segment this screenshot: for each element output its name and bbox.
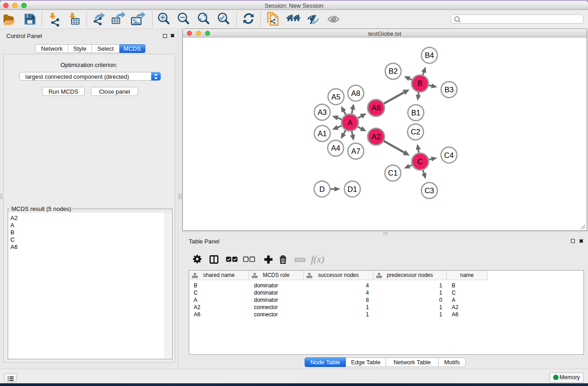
svg-text:A2: A2	[372, 133, 381, 141]
svg-text:A: A	[348, 119, 353, 127]
svg-text:D: D	[319, 185, 325, 193]
svg-text:A6: A6	[372, 104, 381, 112]
svg-text:A5: A5	[331, 93, 340, 101]
svg-text:C3: C3	[425, 186, 434, 195]
svg-text:A3: A3	[318, 108, 327, 116]
svg-text:C2: C2	[411, 128, 420, 136]
svg-text:B: B	[417, 79, 422, 87]
svg-text:B3: B3	[445, 86, 454, 94]
svg-text:B1: B1	[411, 109, 421, 117]
svg-text:A1: A1	[318, 129, 327, 138]
svg-text:f(x): f(x)	[311, 254, 324, 265]
svg-text:A8: A8	[351, 89, 360, 97]
svg-text:D1: D1	[348, 185, 357, 193]
svg-text:C: C	[417, 157, 423, 166]
svg-text:A4: A4	[331, 144, 340, 152]
svg-text:C1: C1	[388, 169, 397, 177]
svg-text:B2: B2	[388, 67, 397, 75]
svg-text:B4: B4	[425, 51, 434, 59]
svg-text:C4: C4	[444, 151, 454, 159]
svg-text:A7: A7	[351, 147, 360, 155]
